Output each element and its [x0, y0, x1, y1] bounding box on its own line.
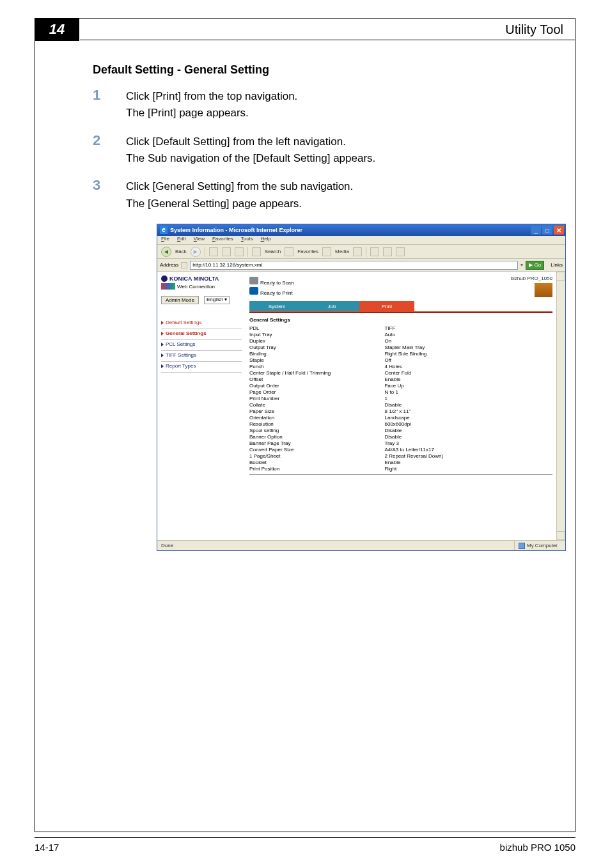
setting-key: Binding: [249, 350, 384, 357]
chapter-tab: 14: [35, 18, 79, 41]
step-text: Click [Print] from the top navigation.Th…: [126, 88, 297, 122]
setting-value: Stapler Main Tray: [384, 344, 543, 350]
refresh-icon[interactable]: [222, 247, 231, 256]
setting-row: OffsetEnable: [249, 376, 544, 382]
nav-item[interactable]: TIFF Settings: [161, 351, 242, 362]
minimize-button[interactable]: _: [531, 226, 541, 235]
setting-key: Staple: [249, 357, 384, 363]
section-heading: Default Setting - General Setting: [93, 63, 544, 77]
setting-value: N to 1: [384, 389, 543, 395]
menu-item[interactable]: Edit: [177, 236, 186, 244]
setting-row: DuplexOn: [249, 337, 544, 344]
scrollbar[interactable]: [556, 272, 565, 540]
step-number: 1: [93, 88, 126, 102]
setting-key: Offset: [249, 376, 384, 382]
steps-list: 1Click [Print] from the top navigation.T…: [93, 88, 544, 212]
printer-icon: [249, 287, 258, 295]
settings-panel: General Settings PDLTIFFInput TrayAutoDu…: [249, 317, 552, 475]
scan-icon: [249, 277, 258, 284]
address-input[interactable]: [190, 261, 518, 270]
menu-item[interactable]: File: [161, 236, 169, 244]
setting-row: Banner Page TrayTray 3: [249, 440, 544, 446]
mode-row: Admin Mode English ▾: [161, 296, 242, 304]
setting-value: On: [384, 337, 543, 344]
address-label: Address: [160, 262, 178, 268]
nav-item[interactable]: General Settings: [161, 329, 242, 340]
history-icon[interactable]: [353, 247, 362, 256]
setting-key: Output Tray: [249, 344, 384, 350]
web-connection-label: Web Connection: [161, 283, 242, 290]
setting-row: StapleOff: [249, 357, 544, 363]
go-button[interactable]: ▶ Go: [526, 261, 544, 270]
scroll-up-button[interactable]: [556, 272, 565, 281]
setting-row: Input TrayAuto: [249, 331, 544, 337]
close-button[interactable]: ✕: [554, 226, 564, 235]
maximize-button[interactable]: □: [542, 226, 552, 235]
settings-table: PDLTIFFInput TrayAutoDuplexOnOutput Tray…: [249, 325, 544, 472]
setting-value: 4 Holes: [384, 363, 543, 369]
konica-logo: KONICA MINOLTA: [161, 275, 242, 282]
top-tabs: SystemJobPrint: [249, 301, 552, 311]
setting-key: Resolution: [249, 421, 384, 427]
status-row: Ready to Print: [249, 287, 293, 296]
tab-system[interactable]: System: [249, 301, 304, 311]
menu-item[interactable]: Favorites: [212, 236, 233, 244]
search-icon[interactable]: [252, 247, 261, 256]
status-left: Done: [161, 543, 173, 548]
back-button[interactable]: ◄: [161, 247, 171, 257]
nav-item[interactable]: Default Settings: [161, 318, 242, 329]
left-column: KONICA MINOLTA Web Connection Admin Mode…: [157, 272, 246, 540]
media-label: Media: [335, 249, 349, 254]
setting-value: Auto: [384, 331, 543, 337]
tab-print[interactable]: Print: [359, 301, 414, 311]
setting-value: Landscape: [384, 414, 543, 421]
setting-value: Face Up: [384, 382, 543, 389]
step: 2Click [Default Setting] from the left n…: [93, 134, 544, 167]
stop-icon[interactable]: [209, 247, 218, 256]
menu-item[interactable]: Help: [261, 236, 271, 244]
tab-job[interactable]: Job: [304, 301, 359, 311]
setting-value: Off: [384, 357, 543, 363]
setting-key: Print Number: [249, 395, 384, 401]
back-label: Back: [175, 249, 187, 254]
media-icon[interactable]: [322, 247, 331, 256]
nav-item[interactable]: PCL Settings: [161, 340, 242, 351]
nav-item[interactable]: Report Types: [161, 362, 242, 373]
setting-key: Input Tray: [249, 331, 384, 337]
scroll-down-button[interactable]: [556, 531, 565, 540]
setting-row: Page OrderN to 1: [249, 389, 544, 395]
language-select[interactable]: English ▾: [204, 296, 230, 304]
setting-key: Center Staple / Half Fold / Trimming: [249, 369, 384, 376]
setting-value: Right: [384, 465, 543, 472]
setting-value: TIFF: [384, 325, 543, 331]
setting-row: Print Number1: [249, 395, 544, 401]
setting-key: Punch: [249, 363, 384, 369]
home-icon[interactable]: [235, 247, 244, 256]
setting-value: Disable: [384, 427, 543, 433]
admin-mode-button[interactable]: Admin Mode: [161, 296, 199, 304]
page-body: KONICA MINOLTA Web Connection Admin Mode…: [157, 272, 565, 540]
mail-icon[interactable]: [370, 247, 379, 256]
setting-key: Booklet: [249, 459, 384, 465]
setting-row: Center Staple / Half Fold / TrimmingCent…: [249, 369, 544, 376]
edit-icon[interactable]: [396, 247, 405, 256]
setting-row: Spool settingDisable: [249, 427, 544, 433]
setting-row: Banner OptionDisable: [249, 433, 544, 440]
setting-value: 2 Repeat Reversal Down): [384, 453, 543, 459]
menu-item[interactable]: Tools: [241, 236, 253, 244]
forward-button[interactable]: ►: [191, 247, 201, 257]
favorites-icon[interactable]: [285, 247, 293, 256]
step-text: Click [Default Setting] from the left na…: [126, 134, 375, 167]
setting-row: OrientationLandscape: [249, 414, 544, 421]
print-icon[interactable]: [383, 247, 392, 256]
browser-window: System Information - Microsoft Internet …: [157, 224, 566, 551]
ie-icon: [160, 226, 168, 234]
status-row: Ready to Scan: [249, 277, 293, 286]
model-box: bizhub PRO_1050: [511, 275, 552, 297]
page-frame: 14 Utility Tool Default Setting - Genera…: [35, 18, 575, 832]
security-zone: My Computer: [514, 541, 561, 550]
left-nav: Default SettingsGeneral SettingsPCL Sett…: [161, 318, 242, 373]
menu-item[interactable]: View: [194, 236, 205, 244]
step: 1Click [Print] from the top navigation.T…: [93, 88, 544, 122]
setting-value: Disable: [384, 433, 543, 440]
